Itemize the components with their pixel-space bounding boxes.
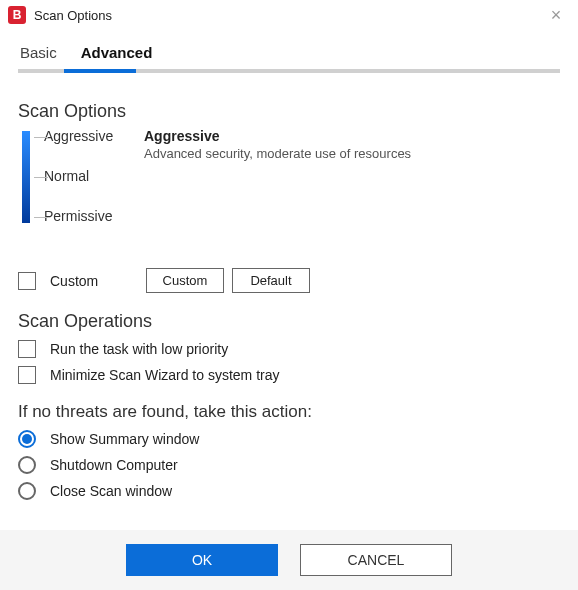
default-button[interactable]: Default (232, 268, 310, 293)
slider-label-permissive: Permissive (44, 208, 144, 248)
custom-label: Custom (50, 273, 146, 289)
low-priority-label: Run the task with low priority (50, 341, 228, 357)
selected-level-name: Aggressive (144, 128, 560, 144)
tab-basic[interactable]: Basic (18, 38, 59, 69)
radio-show-summary-label: Show Summary window (50, 431, 199, 447)
minimize-tray-checkbox[interactable] (18, 366, 36, 384)
security-level-slider[interactable] (18, 131, 34, 227)
cancel-button[interactable]: CANCEL (300, 544, 452, 576)
minimize-tray-label: Minimize Scan Wizard to system tray (50, 367, 280, 383)
slider-label-aggressive: Aggressive (44, 128, 144, 168)
low-priority-checkbox[interactable] (18, 340, 36, 358)
no-threats-heading: If no threats are found, take this actio… (18, 402, 560, 422)
tab-active-indicator (64, 69, 136, 73)
close-icon[interactable]: × (542, 6, 570, 24)
titlebar: B Scan Options × (0, 0, 578, 30)
radio-close-window[interactable] (18, 482, 36, 500)
slider-track (22, 131, 30, 223)
scan-operations-heading: Scan Operations (18, 311, 560, 332)
selected-level-desc: Advanced security, moderate use of resou… (144, 146, 560, 161)
radio-close-window-label: Close Scan window (50, 483, 172, 499)
slider-tick (34, 137, 48, 138)
dialog-footer: OK CANCEL (0, 530, 578, 590)
radio-shutdown[interactable] (18, 456, 36, 474)
custom-button[interactable]: Custom (146, 268, 224, 293)
tab-advanced[interactable]: Advanced (79, 38, 155, 69)
slider-label-normal: Normal (44, 168, 144, 208)
tab-underline (18, 69, 560, 73)
scan-options-heading: Scan Options (18, 101, 560, 122)
slider-tick (34, 177, 48, 178)
ok-button[interactable]: OK (126, 544, 278, 576)
radio-shutdown-label: Shutdown Computer (50, 457, 178, 473)
app-logo-icon: B (8, 6, 26, 24)
tabs: Basic Advanced (0, 30, 578, 69)
custom-checkbox[interactable] (18, 272, 36, 290)
slider-tick (34, 217, 48, 218)
radio-show-summary[interactable] (18, 430, 36, 448)
window-title: Scan Options (34, 8, 542, 23)
